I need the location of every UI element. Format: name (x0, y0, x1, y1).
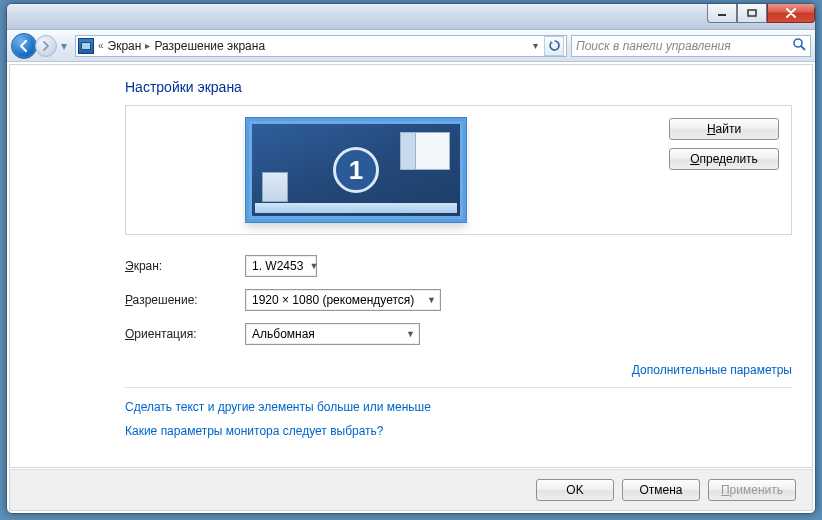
search-placeholder: Поиск в панели управления (576, 39, 788, 53)
back-button[interactable] (11, 33, 37, 59)
refresh-button[interactable] (544, 36, 564, 56)
display-select[interactable]: 1. W2453 ▼ (245, 255, 317, 277)
breadcrumb-part-resolution[interactable]: Разрешение экрана (154, 39, 265, 53)
minimize-button[interactable] (707, 3, 737, 23)
maximize-button[interactable] (737, 3, 767, 23)
forward-button[interactable] (35, 35, 57, 57)
chevron-down-icon: ▼ (406, 329, 415, 339)
svg-rect-0 (718, 14, 726, 16)
page-title: Настройки экрана (125, 79, 792, 95)
monitor-help-link[interactable]: Какие параметры монитора следует выбрать… (125, 424, 792, 438)
detect-displays-button[interactable]: Найти (669, 118, 779, 140)
chevron-down-icon: ▼ (309, 261, 318, 271)
navigation-bar: ▾ « Экран ▸ Разрешение экрана ▾ Поиск в … (7, 30, 815, 62)
resolution-select[interactable]: 1920 × 1080 (рекомендуется) ▼ (245, 289, 441, 311)
breadcrumb-part-display[interactable]: Экран (108, 39, 142, 53)
search-box[interactable]: Поиск в панели управления (571, 35, 811, 57)
close-button[interactable] (767, 3, 815, 23)
text-size-link[interactable]: Сделать текст и другие элементы больше и… (125, 400, 792, 414)
advanced-settings-link[interactable]: Дополнительные параметры (632, 363, 792, 377)
svg-rect-1 (748, 10, 756, 16)
chevron-down-icon: ▼ (427, 295, 436, 305)
svg-line-3 (801, 46, 805, 50)
window-controls (707, 3, 815, 23)
content-area: Настройки экрана 1 Найти Определить Экра… (9, 64, 813, 468)
display-preview: 1 Найти Определить (125, 105, 792, 235)
monitor-thumbnail[interactable]: 1 (246, 118, 466, 222)
desktop-preview: 1 (252, 124, 460, 216)
history-dropdown[interactable]: ▾ (57, 35, 71, 57)
identify-displays-button[interactable]: Определить (669, 148, 779, 170)
ok-button[interactable]: OK (536, 479, 614, 501)
dialog-footer: OK Отмена Применить (9, 469, 813, 511)
preview-window-icon (262, 172, 288, 202)
settings-fields: Экран: 1. W2453 ▼ Разрешение: 1920 × 108… (125, 255, 792, 345)
display-number-badge: 1 (333, 147, 379, 193)
cancel-button[interactable]: Отмена (622, 479, 700, 501)
preview-window-icon (400, 132, 450, 170)
chevron-right-icon: ▸ (145, 40, 150, 51)
search-icon[interactable] (792, 37, 806, 54)
orientation-select[interactable]: Альбомная ▼ (245, 323, 420, 345)
control-panel-icon (78, 38, 94, 54)
nav-arrows: ▾ (11, 33, 71, 59)
window-frame: ▾ « Экран ▸ Разрешение экрана ▾ Поиск в … (6, 3, 816, 514)
display-label: Экран: (125, 259, 245, 273)
orientation-label: Ориентация: (125, 327, 245, 341)
breadcrumb: « Экран ▸ Разрешение экрана (98, 39, 525, 53)
address-bar[interactable]: « Экран ▸ Разрешение экрана ▾ (75, 35, 567, 57)
apply-button: Применить (708, 479, 796, 501)
breadcrumb-prefix: « (98, 40, 104, 51)
divider (125, 387, 792, 388)
titlebar[interactable] (7, 4, 815, 30)
resolution-label: Разрешение: (125, 293, 245, 307)
address-dropdown[interactable]: ▾ (529, 40, 542, 51)
preview-taskbar (255, 203, 457, 213)
